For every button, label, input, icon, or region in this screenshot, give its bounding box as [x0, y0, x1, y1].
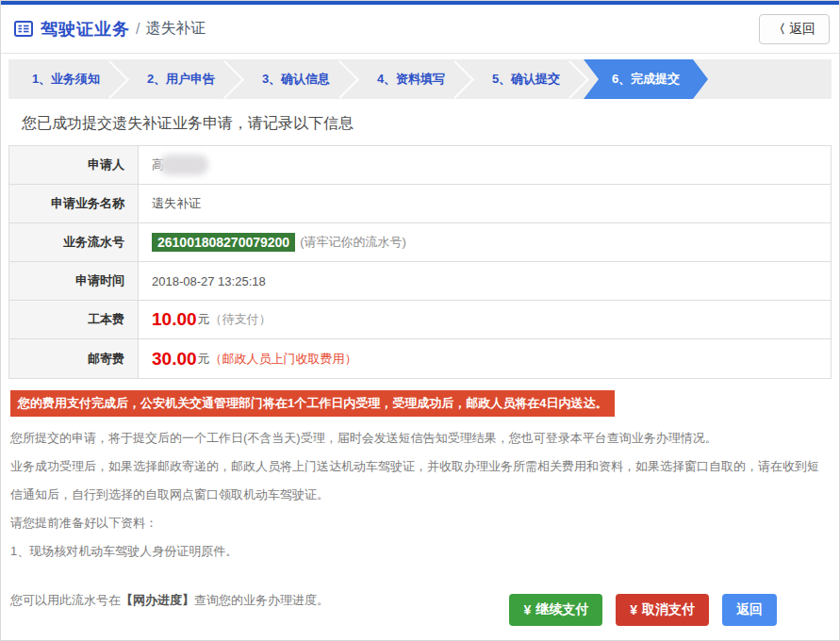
row-label: 工本费 [9, 301, 139, 338]
row-label: 申请时间 [9, 262, 139, 300]
fee-unit: 元 [198, 351, 210, 368]
yuan-icon: ¥ [523, 602, 531, 617]
instruction-paragraph: 请您提前准备好以下资料： [10, 509, 828, 537]
yuan-icon: ¥ [630, 602, 637, 617]
step-1-business-notice[interactable]: 1、业务须知 [8, 59, 124, 99]
business-list-icon [14, 21, 33, 37]
row-label: 申请业务名称 [9, 185, 139, 222]
serial-number-badge: 261001808270079200 [152, 233, 295, 252]
table-row-apply-time: 申请时间 2018-08-27 13:25:18 [9, 262, 831, 301]
back-button-label: 返回 [789, 21, 815, 38]
postage-fee-amount: 30.00 [152, 349, 197, 370]
fee-unit: 元 [198, 311, 210, 328]
row-value: 高 [139, 155, 831, 175]
instructions-section: 您所提交的申请，将于提交后的一个工作日(不含当天)受理，届时会发送短信告知受理结… [10, 424, 828, 615]
row-value: 遗失补证 [139, 195, 831, 212]
row-value: 2018-08-27 13:25:18 [139, 274, 831, 288]
row-label: 业务流水号 [9, 223, 139, 261]
progress-note-suffix: 查询您的业务办理进度。 [194, 593, 329, 607]
instruction-paragraph: 您所提交的申请，将于提交后的一个工作日(不含当天)受理，届时会发送短信告知受理结… [10, 424, 828, 452]
privacy-blur-mask [159, 155, 208, 175]
instruction-paragraph: 1、现场核对机动车驾驶人身份证明原件。 [10, 537, 828, 566]
row-value: 10.00 元 （待支付） [139, 309, 831, 330]
continue-payment-label: 继续支付 [535, 601, 588, 618]
page-header: 驾驶证业务 / 遗失补证 〈 返回 [1, 5, 839, 54]
wizard-step-bar: 1、业务须知 2、用户申告 3、确认信息 4、资料填写 5、确认提交 6、完成提… [8, 59, 832, 99]
serial-number-note: (请牢记你的流水号) [300, 234, 406, 251]
back-button[interactable]: 〈 返回 [759, 14, 830, 44]
row-value: 30.00 元 （邮政人员上门收取费用） [139, 349, 831, 370]
return-button-label: 返回 [736, 601, 763, 618]
chevron-left-icon: 〈 [773, 21, 785, 38]
return-button[interactable]: 返回 [722, 594, 777, 626]
breadcrumb-divider: / [136, 21, 140, 38]
production-fee-status: （待支付） [210, 311, 272, 328]
table-row-production-fee: 工本费 10.00 元 （待支付） [9, 301, 831, 339]
step-2-user-declaration[interactable]: 2、用户申告 [124, 59, 239, 99]
cancel-payment-button[interactable]: ¥ 取消支付 [616, 594, 709, 626]
table-row-serial-number: 业务流水号 261001808270079200 (请牢记你的流水号) [9, 223, 831, 262]
step-3-confirm-info[interactable]: 3、确认信息 [239, 59, 354, 99]
table-row-business-name: 申请业务名称 遗失补证 [9, 185, 831, 223]
breadcrumb-current: 遗失补证 [145, 19, 206, 39]
step-5-confirm-submit[interactable]: 5、确认提交 [469, 59, 584, 99]
table-row-applicant: 申请人 高 [9, 146, 831, 185]
step-6-complete-submit[interactable]: 6、完成提交 [584, 59, 708, 99]
online-progress-link[interactable]: 【网办进度】 [121, 593, 194, 607]
application-info-table: 申请人 高 申请业务名称 遗失补证 业务流水号 2610018082700792… [8, 145, 832, 379]
step-bar-filler [708, 59, 832, 99]
postage-fee-note: （邮政人员上门收取费用） [210, 351, 357, 368]
success-message: 您已成功提交遗失补证业务申请，请记录以下信息 [22, 114, 839, 134]
continue-payment-button[interactable]: ¥ 继续支付 [509, 594, 602, 626]
page-title: 驾驶证业务 [41, 18, 130, 41]
row-value: 261001808270079200 (请牢记你的流水号) [139, 233, 831, 252]
instruction-paragraph: 业务成功受理后，如果选择邮政寄递的，邮政人员将上门送达机动车驾驶证，并收取办理业… [10, 452, 828, 509]
step-4-fill-materials[interactable]: 4、资料填写 [354, 59, 469, 99]
progress-note-prefix: 您可以用此流水号在 [10, 593, 121, 607]
row-label: 申请人 [9, 146, 139, 184]
row-label: 邮寄费 [9, 339, 139, 378]
production-fee-amount: 10.00 [152, 309, 197, 330]
license-service-page: 驾驶证业务 / 遗失补证 〈 返回 1、业务须知 2、用户申告 3、确认信息 4… [0, 0, 840, 641]
cancel-payment-label: 取消支付 [642, 601, 695, 618]
payment-alert-banner: 您的费用支付完成后，公安机关交通管理部门将在1个工作日内受理，受理成功后，邮政人… [10, 390, 615, 417]
footer-action-bar: ¥ 继续支付 ¥ 取消支付 返回 [509, 594, 777, 626]
table-row-postage-fee: 邮寄费 30.00 元 （邮政人员上门收取费用） [9, 339, 831, 378]
